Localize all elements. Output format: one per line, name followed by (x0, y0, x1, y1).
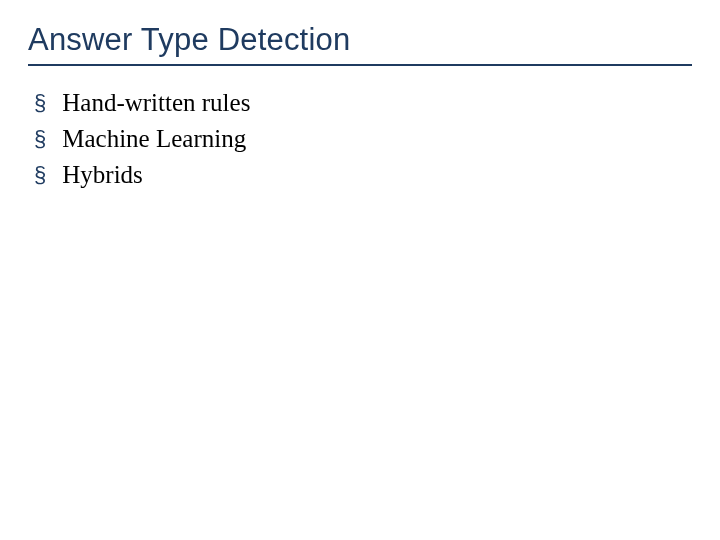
list-item: § Hand-written rules (34, 88, 692, 118)
bullet-text: Hand-written rules (62, 88, 250, 118)
list-item: § Hybrids (34, 160, 692, 190)
list-item: § Machine Learning (34, 124, 692, 154)
bullet-icon: § (34, 124, 46, 154)
bullet-icon: § (34, 88, 46, 118)
slide-title: Answer Type Detection (28, 22, 692, 66)
bullet-icon: § (34, 160, 46, 190)
slide-body: § Hand-written rules § Machine Learning … (28, 88, 692, 190)
bullet-text: Hybrids (62, 160, 143, 190)
slide: Answer Type Detection § Hand-written rul… (0, 0, 720, 540)
bullet-text: Machine Learning (62, 124, 246, 154)
